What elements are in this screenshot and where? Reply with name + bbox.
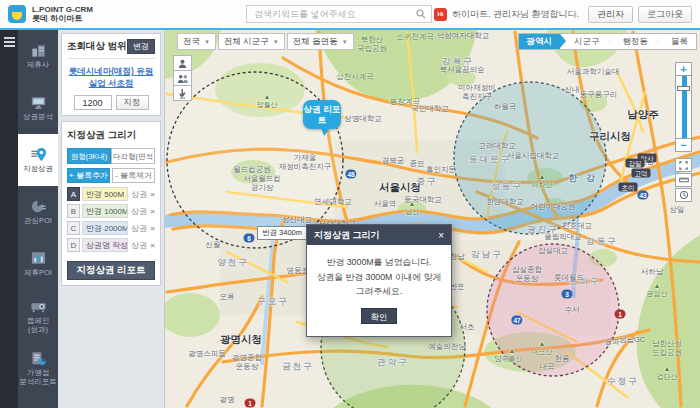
level-metro-button[interactable]: 광역시 [519,34,561,49]
locate-user-icon[interactable] [173,55,192,71]
app-window: L.POINT G-CRM 롯데 하이마트 Hi 하이마트. 관리자님 환영합니… [0,0,700,408]
radius-measure-tag: 반경 3400m [257,226,307,240]
level-block-button[interactable]: 블록 [663,34,696,49]
block-key-badge[interactable]: D [67,238,80,252]
draw-trade-area-card: 지정상권 그리기 원형(3K내) 다각형(면적내) + 블록추가 - 블록제거 … [61,121,161,286]
chevron-down-icon: ▼ [273,39,279,45]
block-row-C: C반경 2000M상권× [67,221,155,235]
tab-circle-mode[interactable]: 원형(3K내) [67,148,111,164]
fullscreen-icon[interactable] [675,158,692,172]
pie-chart-icon [30,198,47,215]
map-base-art [165,30,700,408]
modal-title: 지정상권 그리기 [314,229,380,242]
level-sigungu-button[interactable]: 시군구 [566,34,608,49]
zoom-out-button[interactable]: − [675,138,692,152]
zoom-slider[interactable] [675,76,692,138]
sidebar-item-store-report[interactable]: 가맹점 분석리포트 [18,342,58,394]
logout-button[interactable]: 로그아웃 [638,6,692,23]
query-target-card: 조회대상 범위 변경 롯데시네마(매점) 유원실업 서초점 지정 [61,33,161,116]
close-icon[interactable]: × [438,230,444,241]
zoom-in-button[interactable]: + [675,62,692,76]
bar-chart-icon [30,250,47,267]
ruler-icon[interactable] [675,173,692,187]
level-dong-button[interactable]: 행정동 [615,34,657,49]
block-delete-icon[interactable]: × [150,190,155,199]
sidebar-item-label: 상권분석 [23,113,53,122]
sidebar-menu: 제휴사상권분석지정상권관심POI제휴POI캠페인 (성과)가맹점 분석리포트 [18,30,58,408]
filter-nation-dropdown[interactable]: 전국▼ [177,33,216,50]
selected-store-link[interactable]: 롯데시네마(매점) 유원실업 서초점 [67,65,155,89]
block-delete-icon[interactable]: × [150,241,155,250]
block-name-field[interactable]: 상권명 작성 [82,238,128,252]
map-canvas[interactable]: 강북구동대문구성동구광진구강동구송파구강남구중구양천구구로구금천구관악구수정구서… [165,30,700,408]
filter-eupmyeondong-dropdown[interactable]: 전체 읍면동▼ [287,33,354,50]
radius-input[interactable] [74,95,112,110]
sidebar-item-trade-analysis[interactable]: 상권분석 [18,82,58,134]
block-suffix-label: 상권 [131,189,147,200]
block-delete-icon[interactable]: × [150,224,155,233]
brand-title: L.POINT G-CRM 롯데 하이마트 [32,5,93,23]
sidebar-item-label: 제휴사 [27,61,50,70]
trade-area-report-balloon[interactable]: 상권 리포트 [303,100,341,129]
sidebar-item-label: 캠페인 (성과) [27,317,50,334]
block-row-A: A반경 500M상권× [67,187,155,201]
brand-logo[interactable]: L.POINT G-CRM 롯데 하이마트 [8,5,158,23]
zoom-slider-handle[interactable] [677,86,690,91]
sidebar-item-label: 지정상권 [23,165,53,174]
history-icon[interactable] [675,188,692,202]
sidebar-item-label: 가맹점 분석리포트 [19,369,57,386]
block-key-badge[interactable]: B [67,204,80,218]
trade-area-circle[interactable] [454,82,606,234]
chevron-right-icon: 〉 [656,37,663,47]
remove-block-button[interactable]: - 블록제거 [112,168,155,183]
block-name-field[interactable]: 반경 500M [82,187,128,201]
block-delete-icon[interactable]: × [150,207,155,216]
block-key-badge[interactable]: C [67,221,80,235]
people-icon[interactable] [173,70,192,86]
trade-area-report-button[interactable]: 지정상권 리포트 [67,261,155,280]
modal-message-line: 그려주세요. [311,284,447,299]
map-tool-buttons [173,56,192,101]
building-icon [30,42,47,59]
global-search [246,5,432,23]
sidebar-item-partners[interactable]: 제휴사 [18,30,58,82]
lpoint-logo-icon [8,5,26,23]
block-suffix-label: 상권 [131,206,147,217]
sidebar-item-label: 제휴POI [24,269,52,278]
assign-radius-button[interactable]: 지정 [116,95,149,110]
welcome-message: 하이마트. 관리자님 환영합니다. [452,8,579,21]
sidebar-item-interest-poi[interactable]: 관심POI [18,186,58,238]
block-name-field[interactable]: 반경 2000M [82,221,128,235]
zoom-control: + − [675,62,692,152]
draw-card-title: 지정상권 그리기 [67,129,155,142]
map-pin-icon [30,146,47,163]
change-target-button[interactable]: 변경 [127,39,155,54]
search-icon[interactable] [416,9,426,19]
top-header: L.POINT G-CRM 롯데 하이마트 Hi 하이마트. 관리자님 환영합니… [0,0,700,30]
filter-sigungu-dropdown[interactable]: 전체 시군구▼ [218,33,285,50]
chevron-down-icon: ▼ [204,39,210,45]
block-list: A반경 500M상권×B반경 1000M상권×C반경 2000M상권×D상권명 … [67,187,155,252]
trade-area-circle[interactable] [167,72,343,248]
block-suffix-label: 상권 [131,223,147,234]
menu-toggle-icon[interactable] [4,37,15,47]
sidebar-item-partner-poi[interactable]: 제휴POI [18,238,58,290]
sidebar-item-label: 관심POI [24,217,52,226]
himart-logo-icon: Hi [434,8,447,21]
chevron-right-icon: 〉 [608,37,615,47]
block-row-D: D상권명 작성상권× [67,238,155,252]
modal-message-line: 상권을 반경 3000M 이내에 맞게 [311,270,447,285]
block-key-badge[interactable]: A [67,187,80,201]
hand-draw-icon[interactable] [173,85,192,101]
confirm-button[interactable]: 확인 [361,308,397,324]
trade-area-circle[interactable] [487,244,619,376]
block-name-field[interactable]: 반경 1000M [82,204,128,218]
sidebar-item-custom-trade-area[interactable]: 지정상권 [18,134,58,186]
add-block-button[interactable]: + 블록추가 [67,168,110,183]
tab-polygon-mode[interactable]: 다각형(면적내) [111,148,155,164]
monitor-icon [30,94,47,111]
sidebar-item-campaign[interactable]: 캠페인 (성과) [18,290,58,342]
map-level-breadcrumb: 광역시 시군구 〉 행정동 〉 블록 [518,33,698,50]
search-input[interactable] [252,8,416,20]
admin-button[interactable]: 관리자 [588,6,633,23]
